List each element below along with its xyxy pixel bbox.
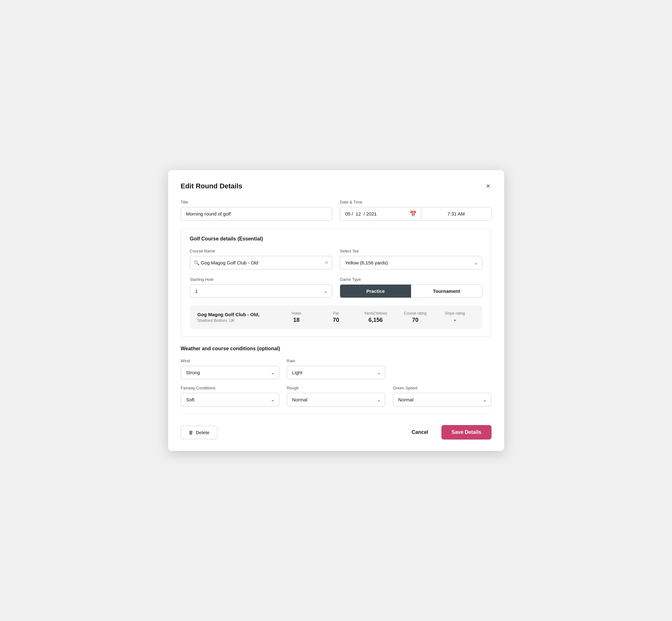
wind-label: Wind [181, 359, 279, 363]
datetime-group: Date & Time 📅 [340, 200, 492, 220]
hole-gametype-row: Starting Hole 1 2 10 ⌄ Game Type Practic… [190, 277, 482, 298]
title-input[interactable] [181, 207, 333, 220]
fairway-rough-green-row: Fairway Conditions Soft Normal Hard ⌄ Ro… [181, 385, 492, 406]
par-value: 70 [316, 317, 356, 323]
time-input[interactable] [421, 207, 492, 220]
slope-rating-stat: Slope rating - [435, 311, 475, 323]
clear-course-icon[interactable]: ✕ [324, 260, 328, 266]
par-stat: Par 70 [316, 311, 356, 323]
starting-hole-wrapper: 1 2 10 ⌄ [190, 284, 333, 298]
game-type-toggle: Practice Tournament [340, 284, 482, 298]
rough-label: Rough [287, 385, 385, 390]
slope-rating-value: - [435, 317, 475, 323]
course-rating-value: 70 [395, 317, 435, 323]
weather-section-title: Weather and course conditions (optional) [181, 346, 492, 351]
starting-hole-label: Starting Hole [190, 277, 333, 282]
course-name-input[interactable] [190, 256, 333, 270]
green-speed-label: Green Speed [393, 385, 491, 390]
wind-wrapper: Calm Light Moderate Strong Very Strong ⌄ [181, 366, 279, 379]
yards-value: 6,156 [356, 317, 395, 323]
date-input-wrapper: 📅 [340, 207, 421, 220]
course-name-wrapper: 🔍 ✕ [190, 256, 333, 270]
weather-section: Weather and course conditions (optional)… [181, 346, 492, 406]
title-group: Title [181, 200, 333, 220]
rain-dropdown[interactable]: None Light Moderate Heavy [287, 366, 385, 379]
course-info-name-group: Gog Magog Golf Club - Old, Shelford Bott… [198, 312, 277, 323]
modal-title: Edit Round Details [181, 182, 243, 190]
close-button[interactable]: × [485, 181, 492, 191]
delete-label: Delete [196, 430, 209, 435]
golf-course-section: Golf Course details (Essential) Course N… [181, 228, 492, 337]
fairway-label: Fairway Conditions [181, 385, 279, 390]
save-button[interactable]: Save Details [442, 425, 491, 440]
rough-wrapper: Soft Normal Hard ⌄ [287, 393, 385, 406]
modal-container: Edit Round Details × Title Date & Time 📅… [168, 170, 504, 451]
green-speed-dropdown[interactable]: Slow Normal Fast Very Fast [393, 393, 491, 406]
footer-row: 🗑 Delete Cancel Save Details [181, 422, 492, 440]
rain-wrapper: None Light Moderate Heavy ⌄ [287, 366, 385, 379]
footer-actions: Cancel Save Details [406, 425, 492, 440]
select-tee-wrapper: Yellow (6,156 yards) White Red Blue ⌄ [340, 256, 482, 270]
fairway-wrapper: Soft Normal Hard ⌄ [181, 393, 279, 406]
course-name-group: Course Name 🔍 ✕ [190, 249, 333, 270]
search-icon: 🔍 [194, 260, 200, 266]
date-time-wrapper: 📅 [340, 207, 492, 220]
game-type-label: Game Type [340, 277, 482, 282]
course-name-label: Course Name [190, 249, 333, 253]
wind-dropdown[interactable]: Calm Light Moderate Strong Very Strong [181, 366, 279, 379]
course-info-name-main: Gog Magog Golf Club - Old, [198, 312, 277, 317]
wind-rain-row: Wind Calm Light Moderate Strong Very Str… [181, 359, 492, 379]
footer-divider [181, 414, 492, 414]
rough-dropdown[interactable]: Soft Normal Hard [287, 393, 385, 406]
date-input[interactable] [340, 207, 421, 220]
holes-label: Holes [277, 311, 317, 316]
title-label: Title [181, 200, 333, 204]
fairway-group: Fairway Conditions Soft Normal Hard ⌄ [181, 385, 279, 406]
select-tee-dropdown[interactable]: Yellow (6,156 yards) White Red Blue [340, 256, 482, 270]
green-speed-group: Green Speed Slow Normal Fast Very Fast ⌄ [393, 385, 491, 406]
course-info-location: Shelford Bottom, UK [198, 318, 277, 323]
rain-group: Rain None Light Moderate Heavy ⌄ [287, 359, 385, 379]
game-type-group: Game Type Practice Tournament [340, 277, 482, 298]
title-datetime-row: Title Date & Time 📅 [181, 200, 492, 220]
select-tee-label: Select Tee [340, 249, 482, 253]
trash-icon: 🗑 [189, 430, 194, 435]
course-info-bar: Gog Magog Golf Club - Old, Shelford Bott… [190, 305, 482, 329]
practice-button[interactable]: Practice [340, 285, 411, 298]
yards-stat: Yards(Yellow) 6,156 [356, 311, 395, 323]
modal-header: Edit Round Details × [181, 181, 492, 191]
golf-course-title: Golf Course details (Essential) [190, 236, 482, 242]
course-rating-label: Course rating [395, 311, 435, 316]
delete-button[interactable]: 🗑 Delete [181, 426, 217, 439]
select-tee-group: Select Tee Yellow (6,156 yards) White Re… [340, 249, 482, 270]
yards-label: Yards(Yellow) [356, 311, 395, 316]
course-tee-row: Course Name 🔍 ✕ Select Tee Yellow (6,156… [190, 249, 482, 270]
holes-value: 18 [277, 317, 317, 323]
slope-rating-label: Slope rating [435, 311, 475, 316]
datetime-label: Date & Time [340, 200, 492, 204]
fairway-dropdown[interactable]: Soft Normal Hard [181, 393, 279, 406]
course-rating-stat: Course rating 70 [395, 311, 435, 323]
spacer [393, 359, 491, 379]
starting-hole-group: Starting Hole 1 2 10 ⌄ [190, 277, 333, 298]
green-speed-wrapper: Slow Normal Fast Very Fast ⌄ [393, 393, 491, 406]
starting-hole-dropdown[interactable]: 1 2 10 [190, 284, 333, 298]
cancel-button[interactable]: Cancel [406, 426, 434, 439]
par-label: Par [316, 311, 356, 316]
wind-group: Wind Calm Light Moderate Strong Very Str… [181, 359, 279, 379]
holes-stat: Holes 18 [277, 311, 317, 323]
rough-group: Rough Soft Normal Hard ⌄ [287, 385, 385, 406]
tournament-button[interactable]: Tournament [411, 285, 482, 298]
rain-label: Rain [287, 359, 385, 363]
